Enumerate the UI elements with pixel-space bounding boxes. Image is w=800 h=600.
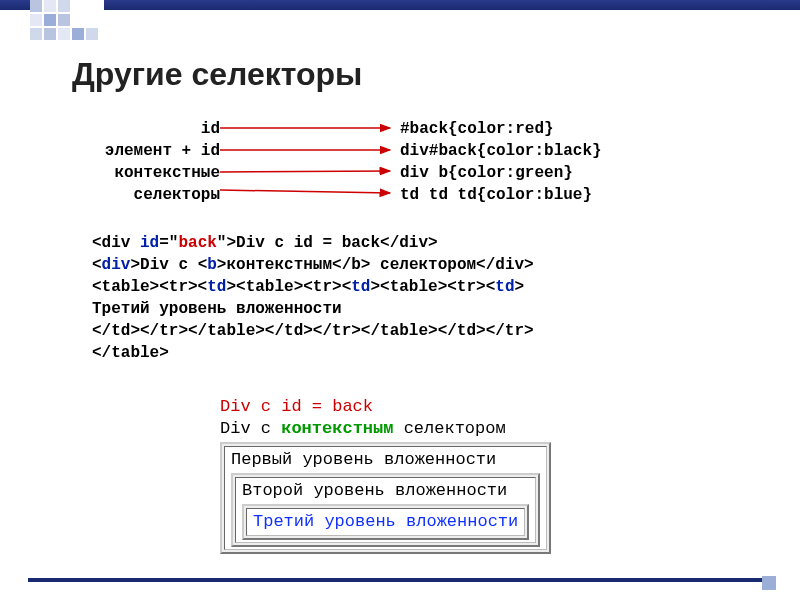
nested-table-3: Третий уровень вложенности bbox=[242, 504, 529, 540]
bottom-square bbox=[762, 576, 776, 590]
nested-table-1: Первый уровень вложенности Второй уровен… bbox=[220, 442, 551, 554]
output-line-1: Div с id = back bbox=[220, 396, 551, 418]
decor-squares bbox=[30, 0, 98, 32]
nest-cell-3: Третий уровень вложенности bbox=[246, 508, 525, 536]
top-bar-right bbox=[104, 0, 800, 10]
css-line-1: #back{color:red} bbox=[400, 118, 602, 140]
selector-labels: id элемент + id контекстные селекторы bbox=[30, 118, 220, 206]
nest-cell-1: Первый уровень вложенности Второй уровен… bbox=[224, 446, 547, 550]
css-examples: #back{color:red} div#back{color:black} d… bbox=[400, 118, 602, 206]
arrows-svg bbox=[220, 118, 400, 213]
nested-table-2: Второй уровень вложенности Третий уровен… bbox=[231, 473, 540, 547]
nest-cell-2: Второй уровень вложенности Третий уровен… bbox=[235, 477, 536, 543]
slide-title: Другие селекторы bbox=[72, 56, 362, 93]
bottom-divider bbox=[28, 578, 772, 582]
svg-line-3 bbox=[220, 190, 390, 193]
label-context-2: селекторы bbox=[30, 184, 220, 206]
label-context-1: контекстные bbox=[30, 162, 220, 184]
css-line-2: div#back{color:black} bbox=[400, 140, 602, 162]
label-element-id: элемент + id bbox=[30, 140, 220, 162]
rendered-output: Div с id = back Div с контекстным селект… bbox=[220, 396, 551, 554]
html-code-block: <div id="back">Div с id = back</div> <di… bbox=[92, 232, 534, 364]
top-bar-left bbox=[0, 0, 30, 10]
svg-line-2 bbox=[220, 171, 390, 172]
css-line-3: div b{color:green} bbox=[400, 162, 602, 184]
output-line-2: Div с контекстным селектором bbox=[220, 418, 551, 440]
label-id: id bbox=[30, 118, 220, 140]
css-line-4: td td td{color:blue} bbox=[400, 184, 602, 206]
